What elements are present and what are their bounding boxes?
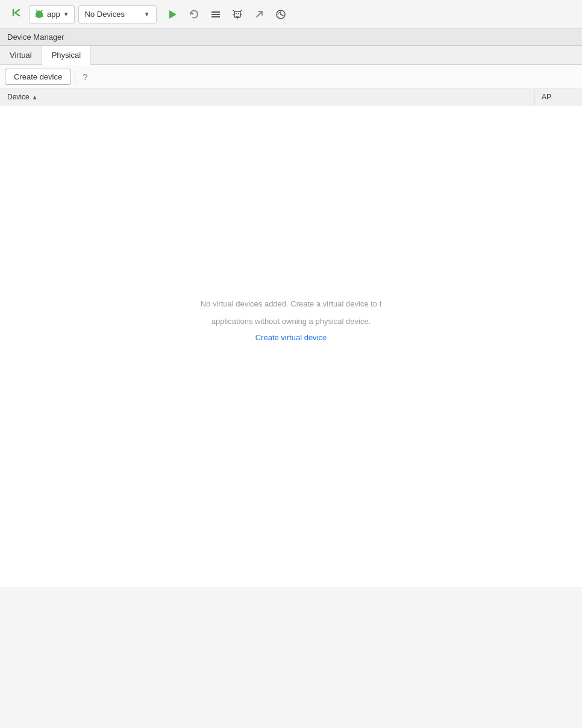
svg-point-7 (36, 10, 42, 14)
app-selector-button[interactable]: app ▼ (29, 5, 75, 23)
svg-point-15 (238, 13, 239, 14)
tab-physical[interactable]: Physical (42, 46, 91, 64)
debug-button[interactable] (228, 6, 247, 23)
empty-state: No virtual devices added. Create a virtu… (189, 286, 394, 354)
run-button[interactable] (163, 6, 182, 23)
device-manager-title: Device Manager (7, 33, 64, 42)
rerun-button[interactable] (184, 6, 204, 23)
empty-state-line2: applications without owning a physical d… (211, 316, 371, 328)
sort-arrow-icon: ▲ (32, 94, 38, 101)
app-name-label: app (47, 10, 60, 19)
empty-state-line1: No virtual devices added. Create a virtu… (201, 298, 382, 311)
panel-toolbar: Create device ? (0, 65, 582, 89)
tab-virtual[interactable]: Virtual (0, 46, 42, 64)
main-toolbar: app ▼ No Devices ▼ (0, 0, 582, 29)
device-name-label: No Devices (85, 10, 141, 19)
android-icon (34, 8, 44, 20)
panel-container: Create device ? Device ▲ AP No virtual d… (0, 65, 582, 587)
profiler-button[interactable] (271, 6, 290, 23)
create-device-button[interactable]: Create device (5, 69, 71, 85)
back-button[interactable] (7, 6, 25, 22)
app-dropdown-arrow: ▼ (63, 11, 69, 17)
tabs-container: Virtual Physical (0, 46, 582, 65)
toolbar-divider (75, 71, 75, 83)
svg-marker-8 (169, 10, 177, 19)
svg-line-19 (281, 14, 283, 16)
toolbar-actions (163, 6, 290, 23)
api-column-header: AP (534, 89, 582, 105)
table-header: Device ▲ AP (0, 89, 582, 105)
device-dropdown-arrow: ▼ (144, 11, 150, 17)
attach-button[interactable] (249, 6, 269, 23)
svg-point-14 (236, 13, 237, 14)
device-manager-header: Device Manager (0, 29, 582, 46)
device-selector-button[interactable]: No Devices ▼ (78, 5, 157, 23)
create-virtual-device-link[interactable]: Create virtual device (255, 333, 327, 342)
stop-lines-button[interactable] (206, 6, 225, 23)
help-icon[interactable]: ? (79, 70, 91, 83)
content-area: No virtual devices added. Create a virtu… (0, 105, 582, 587)
device-column-header: Device ▲ (0, 89, 582, 105)
